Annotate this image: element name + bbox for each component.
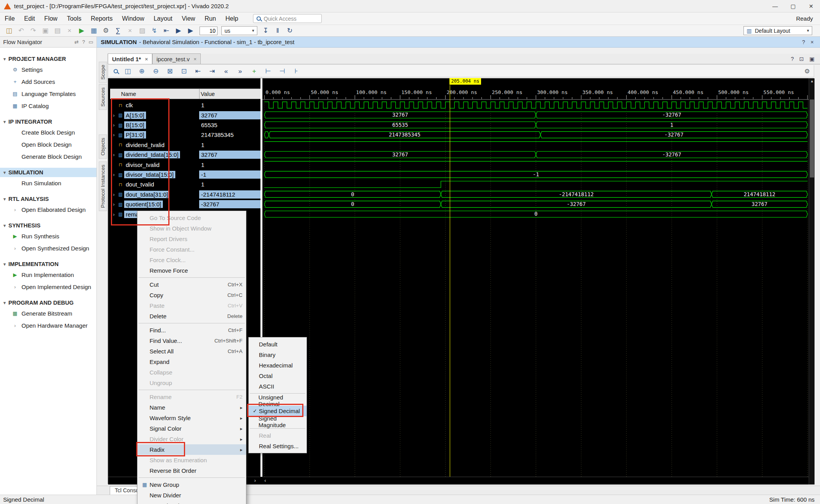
add-cursor-icon[interactable]: + <box>250 68 258 75</box>
context-menu-item-go-to-source-code[interactable]: Go To Source Code <box>137 213 246 223</box>
flow-item-open-hardware-manager[interactable]: ›Open Hardware Manager <box>0 319 96 332</box>
edit-icon[interactable]: ▨ <box>138 27 146 34</box>
flow-section-simulation[interactable]: ▾SIMULATION <box>0 168 96 177</box>
expand-icon[interactable]: › <box>111 152 117 158</box>
context-menu-item-divider-color[interactable]: Divider Color▸ <box>137 434 246 444</box>
relaunch-icon[interactable]: ↻ <box>285 27 294 34</box>
context-menu-item-rename[interactable]: RenameF2 <box>137 392 246 402</box>
wave-settings-icon[interactable]: ⚙ <box>804 67 810 75</box>
redo-icon[interactable]: ↷ <box>29 27 37 34</box>
layout-select[interactable]: ▥ Default Layout ▾ <box>743 26 812 35</box>
marker-left-icon[interactable]: ⊢ <box>264 68 273 75</box>
expand-icon[interactable]: › <box>111 122 117 128</box>
signal-row-dout-tvalid[interactable]: ⊓dout_tvalid1 <box>110 179 260 189</box>
flow-item-ip-catalog[interactable]: ▦IP Catalog <box>0 100 96 112</box>
run-for-icon[interactable]: ▶ <box>186 27 195 34</box>
find-icon[interactable] <box>114 69 118 73</box>
close-icon[interactable]: ✕ <box>802 0 820 12</box>
flow-item-language-templates[interactable]: ▤Language Templates <box>0 88 96 100</box>
previous-transition-icon[interactable]: « <box>222 68 230 75</box>
menu-window[interactable]: Window <box>118 13 149 24</box>
copy-icon[interactable]: ▣ <box>41 27 50 34</box>
close-icon[interactable]: × <box>145 56 148 62</box>
context-menu-item-remove-force[interactable]: Remove Force <box>137 265 246 276</box>
menu-edit[interactable]: Edit <box>20 13 40 24</box>
zoom-out-icon[interactable]: ⊖ <box>152 68 160 75</box>
flow-section-implementation[interactable]: ▾IMPLEMENTATION <box>0 259 96 269</box>
tab-untitled-1[interactable]: Untitled 1* × <box>108 53 152 64</box>
flow-item-settings[interactable]: ⚙Settings <box>0 64 96 76</box>
radix-option-binary[interactable]: Binary <box>249 350 307 360</box>
radix-option-unsigned-decimal[interactable]: Unsigned Decimal <box>249 395 307 406</box>
context-menu-item-copy[interactable]: CopyCtrl+C <box>137 290 246 300</box>
context-menu-item-name[interactable]: Name▸ <box>137 402 246 413</box>
maximize-icon[interactable]: ▣ <box>809 56 815 62</box>
flow-item-create-block-design[interactable]: Create Block Design <box>0 126 96 138</box>
radix-option-hexadecimal[interactable]: Hexadecimal <box>249 360 307 371</box>
close-icon[interactable]: × <box>811 39 814 45</box>
context-menu-item-select-all[interactable]: Select AllCtrl+A <box>137 346 246 357</box>
context-menu-item-ungroup[interactable]: Ungroup <box>137 378 246 388</box>
radix-option-real[interactable]: Real <box>249 430 307 441</box>
flow-item-open-block-design[interactable]: Open Block Design <box>0 138 96 151</box>
help-icon[interactable]: ? <box>791 56 794 62</box>
menu-tools[interactable]: Tools <box>62 13 86 24</box>
signal-row-divisor-tdata-15-0[interactable]: ›▥divisor_tdata[15:0]-1 <box>110 170 260 179</box>
radix-option-real-settings[interactable]: Real Settings... <box>249 441 307 451</box>
context-menu-item-find[interactable]: Find...Ctrl+F <box>137 325 246 335</box>
minimize-icon[interactable]: ▭ <box>89 39 93 45</box>
flow-section-synthesis[interactable]: ▾SYNTHESIS <box>0 221 96 230</box>
paste-icon[interactable]: ▤ <box>53 27 62 34</box>
context-menu-item-find-value[interactable]: Find Value...Ctrl+Shift+F <box>137 335 246 346</box>
flow-item-run-synthesis[interactable]: ▶Run Synthesis <box>0 230 96 242</box>
next-transition-icon[interactable]: » <box>236 68 244 75</box>
context-menu-item-signal-color[interactable]: Signal Color▸ <box>137 423 246 434</box>
expand-icon[interactable]: › <box>111 192 117 197</box>
open-recent-icon[interactable]: ◫ <box>5 27 13 34</box>
menu-layout[interactable]: Layout <box>149 13 177 24</box>
expand-icon[interactable]: › <box>111 201 117 207</box>
flow-item-run-simulation[interactable]: Run Simulation <box>0 177 96 189</box>
signal-row-a-15-0[interactable]: ›▥A[15:0]32767 <box>110 110 260 120</box>
flow-item-open-synthesized-design[interactable]: ›Open Synthesized Design <box>0 242 96 254</box>
scroll-left-icon[interactable]: ‹ <box>264 477 266 483</box>
delete-icon[interactable]: × <box>65 27 74 34</box>
flow-section-project-manager[interactable]: ▾PROJECT MANAGER <box>0 54 96 64</box>
cursor-time-label[interactable]: 205.004 ns <box>449 78 481 85</box>
cancel-icon[interactable]: × <box>126 27 134 34</box>
signal-row-clk[interactable]: ⊓clk1 <box>110 100 260 110</box>
help-icon[interactable]: ? <box>82 39 85 45</box>
maximize-icon[interactable]: ▢ <box>784 0 802 12</box>
context-menu-item-show-in-object-window[interactable]: Show in Object Window <box>137 223 246 234</box>
vertical-scrollbar[interactable]: ▲ <box>809 78 815 484</box>
expand-icon[interactable]: › <box>111 172 117 177</box>
swap-cursors-icon[interactable]: ⊦ <box>292 68 301 75</box>
flow-item-open-implemented-design[interactable]: ›Open Implemented Design <box>0 281 96 293</box>
close-icon[interactable]: × <box>194 56 197 62</box>
go-to-end-icon[interactable]: ⇥ <box>208 68 216 75</box>
context-menu-item-paste[interactable]: PasteCtrl+V <box>137 300 246 311</box>
zoom-fit-icon[interactable]: ⊠ <box>166 68 174 75</box>
flow-section-ip-integrator[interactable]: ▾IP INTEGRATOR <box>0 117 96 126</box>
flow-section-program-and-debug[interactable]: ▾PROGRAM AND DEBUG <box>0 298 96 307</box>
context-menu-item-new-group[interactable]: ▦New Group <box>137 479 246 490</box>
signal-row-p-31-0[interactable]: ›▥P[31:0]2147385345 <box>110 130 260 140</box>
dashboard-icon[interactable]: ▦ <box>89 27 98 34</box>
radix-option-signed-magnitude[interactable]: Signed Magnitude <box>249 416 307 427</box>
flow-item-generate-bitstream[interactable]: ▦Generate Bitstream <box>0 307 96 319</box>
side-tab-objects[interactable]: Objects <box>99 135 107 159</box>
column-divider[interactable] <box>199 89 200 99</box>
tab-ipcore-test-v[interactable]: ipcore_test.v × <box>152 53 201 64</box>
side-tab-scope[interactable]: Scope <box>99 62 107 83</box>
flow-item-run-implementation[interactable]: ▶Run Implementation <box>0 269 96 281</box>
context-menu-item-radix[interactable]: Radix▸ <box>137 444 246 455</box>
undo-icon[interactable]: ↶ <box>17 27 25 34</box>
signal-row-b-15-0[interactable]: ›▥B[15:0]65535 <box>110 120 260 130</box>
signal-row-divisor-tvalid[interactable]: ⊓divisor_tvalid1 <box>110 160 260 169</box>
radix-option-ascii[interactable]: ASCII <box>249 381 307 392</box>
help-icon[interactable]: ? <box>802 39 805 45</box>
menu-view[interactable]: View <box>177 13 200 24</box>
context-menu-item-force-clock[interactable]: Force Clock... <box>137 255 246 265</box>
menu-run[interactable]: Run <box>200 13 221 24</box>
run-icon[interactable]: ▶ <box>77 27 86 34</box>
